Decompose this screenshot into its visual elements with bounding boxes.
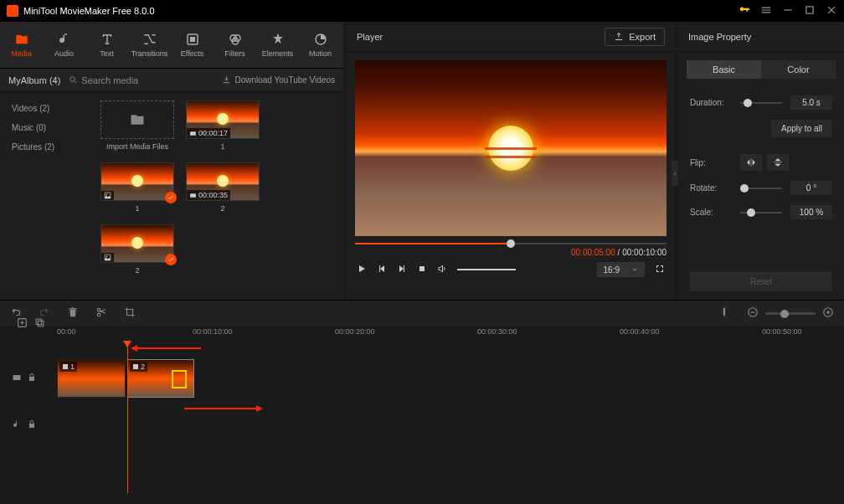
svg-rect-26 (63, 364, 68, 369)
reset-button[interactable]: Reset (690, 272, 832, 291)
props-title: Image Property (688, 32, 751, 42)
annotation-arrow-right (184, 408, 260, 409)
flip-vertical-button[interactable] (767, 154, 789, 171)
zoom-out-icon[interactable] (747, 306, 759, 320)
sidebar-music[interactable]: Music (0) (0, 118, 92, 137)
timeline: 00:00 00:00:10:00 00:00:20:00 00:00:30:0… (0, 300, 844, 493)
ribbon-media[interactable]: Media (0, 22, 43, 68)
aspect-select[interactable]: 16:9 (597, 262, 645, 277)
media-tile-image-2[interactable]: 2 (100, 224, 174, 275)
album-label[interactable]: MyAlbum (4) (8, 75, 60, 85)
sidebar-pictures[interactable]: Pictures (2) (0, 137, 92, 157)
flip-label: Flip: (690, 158, 732, 167)
ribbon-transitions[interactable]: Transitions (128, 22, 171, 68)
duration-label: Duration: (690, 98, 732, 107)
track-lock-icon[interactable] (27, 419, 37, 431)
import-tile[interactable]: Import Media Files (100, 100, 174, 151)
svg-rect-23 (38, 321, 44, 327)
expand-handle[interactable]: › (672, 161, 678, 186)
svg-rect-27 (133, 364, 138, 369)
playhead[interactable] (127, 341, 128, 493)
stop-icon[interactable] (417, 264, 427, 275)
player-title: Player (357, 32, 383, 42)
properties-panel: › Image Property Basic Color Duration: 5… (678, 22, 844, 300)
scale-slider[interactable] (740, 212, 782, 213)
svg-point-11 (106, 194, 108, 196)
marker-icon[interactable] (718, 306, 730, 320)
flip-horizontal-button[interactable] (740, 154, 762, 171)
ribbon-text[interactable]: Text (85, 22, 128, 68)
svg-point-14 (106, 256, 108, 258)
ribbon-motion[interactable]: Motion (299, 22, 342, 68)
timeline-clip-1[interactable]: 1 (57, 359, 126, 398)
svg-rect-3 (190, 37, 195, 42)
key-icon[interactable] (738, 4, 750, 18)
player-panel: Player Export 00:00:05:00 / 00:00:10:00 … (347, 22, 675, 300)
svg-rect-0 (784, 9, 791, 10)
duration-slider[interactable] (740, 102, 782, 104)
crop-icon[interactable] (124, 306, 136, 320)
video-track[interactable]: 1 2 (50, 359, 844, 398)
volume-slider[interactable] (457, 269, 516, 270)
add-track-icon[interactable] (17, 317, 28, 330)
close-icon[interactable] (826, 4, 837, 18)
svg-rect-28 (29, 424, 34, 428)
duration-value[interactable]: 5.0 s (790, 95, 832, 110)
ribbon-elements[interactable]: Elements (256, 22, 299, 68)
annotation-arrow-left (134, 347, 201, 349)
media-sidebar: Videos (2) Music (0) Pictures (2) (0, 92, 92, 300)
apply-to-all-button[interactable]: Apply to all (771, 120, 832, 137)
export-button[interactable]: Export (605, 28, 665, 46)
titlebar: MiniTool MovieMaker Free 8.0.0 (0, 0, 844, 22)
track-video-icon[interactable] (12, 373, 22, 384)
tab-basic[interactable]: Basic (687, 60, 761, 79)
minimize-icon[interactable] (782, 4, 794, 18)
prev-icon[interactable] (377, 264, 387, 275)
media-tile-video-1[interactable]: 00:00:17 1 (186, 100, 260, 151)
duplicate-track-icon[interactable] (34, 317, 45, 330)
download-youtube[interactable]: Download YouTube Videos (222, 75, 335, 85)
media-grid: Import Media Files 00:00:17 1 1 00:00:35… (92, 92, 343, 300)
ribbon-audio[interactable]: Audio (43, 22, 85, 68)
svg-rect-12 (190, 193, 196, 198)
tab-color[interactable]: Color (761, 60, 836, 79)
zoom-slider[interactable] (765, 312, 816, 315)
preview (355, 60, 666, 236)
app-logo (7, 5, 18, 17)
svg-rect-1 (806, 7, 813, 13)
media-tile-image-1[interactable]: 1 (100, 162, 174, 213)
volume-icon[interactable] (437, 264, 447, 275)
audio-track[interactable] (50, 413, 844, 438)
delete-icon[interactable] (67, 306, 79, 320)
rotate-label: Rotate: (690, 183, 732, 193)
play-icon[interactable] (357, 264, 367, 275)
split-icon[interactable] (95, 306, 107, 320)
svg-rect-22 (36, 319, 42, 325)
fullscreen-icon[interactable] (655, 264, 665, 275)
progress-bar[interactable]: 00:00:05:00 / 00:00:10:00 (355, 243, 666, 257)
scale-value[interactable]: 100 % (790, 205, 832, 219)
sidebar-videos[interactable]: Videos (2) (0, 99, 92, 118)
svg-rect-9 (190, 131, 196, 136)
ribbon-effects[interactable]: Effects (171, 22, 214, 68)
ribbon: Media Audio Text Transitions Effects Fil… (0, 22, 343, 69)
search-media[interactable]: Search media (69, 75, 214, 85)
svg-rect-15 (419, 266, 425, 271)
svg-rect-24 (13, 375, 21, 380)
annotation-highlight (172, 370, 187, 388)
timeline-clip-2[interactable]: 2 (127, 359, 194, 398)
scale-label: Scale: (690, 208, 732, 217)
next-icon[interactable] (397, 264, 407, 275)
zoom-in-icon[interactable] (822, 306, 834, 320)
hamburger-icon[interactable] (760, 4, 772, 18)
media-tile-video-2[interactable]: 00:00:35 2 (186, 162, 260, 213)
timeline-ruler[interactable]: 00:00 00:00:10:00 00:00:20:00 00:00:30:0… (50, 326, 844, 344)
maximize-icon[interactable] (804, 4, 816, 18)
svg-point-8 (70, 77, 75, 82)
ribbon-filters[interactable]: Filters (214, 22, 256, 68)
track-lock-icon[interactable] (27, 373, 37, 384)
track-audio-icon[interactable] (12, 419, 22, 431)
rotate-slider[interactable] (740, 188, 782, 189)
svg-rect-20 (827, 311, 828, 315)
rotate-value[interactable]: 0 ° (790, 181, 832, 195)
